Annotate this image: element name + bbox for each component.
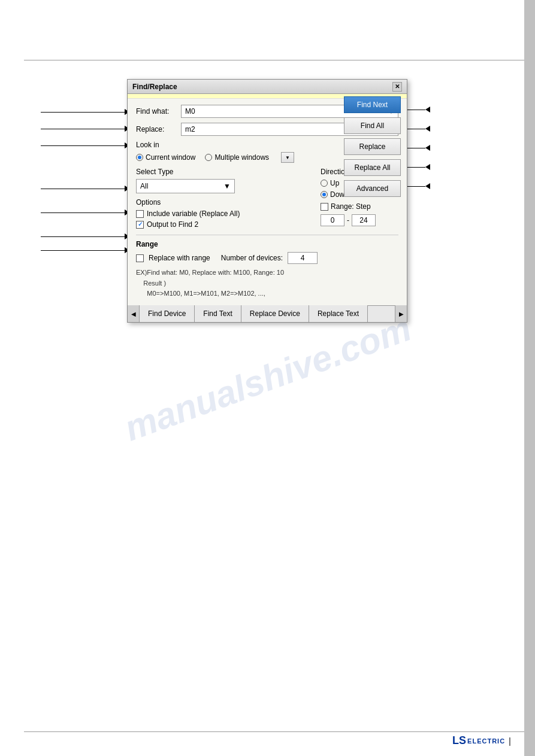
- replace-label: Replace:: [136, 125, 181, 133]
- tab-left-arrow[interactable]: ◀: [128, 305, 140, 322]
- select-type-label: Select Type: [136, 168, 309, 176]
- col-left: Select Type All ▼ Options Include variab…: [136, 168, 309, 231]
- replace-value: m2: [185, 125, 195, 133]
- direction-down-circle: [321, 191, 328, 198]
- output-to-find2-label: Output to Find 2: [147, 220, 198, 229]
- replace-all-button[interactable]: Replace All: [344, 159, 401, 176]
- tab-replace-text[interactable]: Replace Text: [309, 305, 368, 322]
- action-buttons: Find Next Find All Replace Replace All A…: [344, 96, 401, 197]
- range-step-row: Range: Step: [321, 202, 398, 211]
- replace-with-range-row: Replace with range Number of devices:: [136, 252, 398, 264]
- direction-up-circle: [321, 180, 328, 187]
- find-next-button[interactable]: Find Next: [344, 96, 401, 113]
- ls-logo-ls: LS: [452, 734, 466, 747]
- look-in-small-button[interactable]: ▼: [281, 152, 294, 163]
- arrow-left-5: [41, 210, 129, 215]
- tab-bar: ◀ Find Device Find Text Replace Device R…: [128, 305, 407, 322]
- arrow-left-2: [41, 126, 129, 132]
- multiple-windows-label: Multiple windows: [214, 153, 269, 162]
- select-type-value: All: [140, 182, 148, 190]
- replace-button[interactable]: Replace: [344, 138, 401, 155]
- advanced-button[interactable]: Advanced: [344, 180, 401, 197]
- find-replace-dialog: Find/Replace ✕ Find what: M0 ▼ Replace: …: [127, 79, 407, 323]
- find-what-value: M0: [185, 107, 195, 116]
- arrow-left-6: [41, 233, 129, 239]
- arrow-left-3: [41, 142, 129, 148]
- ls-electric-logo: LS ELECTRIC |: [452, 734, 511, 747]
- right-tab: [524, 0, 535, 756]
- output-to-find2-checkbox[interactable]: ✓: [136, 221, 144, 229]
- range-checkbox[interactable]: [321, 203, 328, 211]
- direction-up-label: Up: [330, 179, 339, 187]
- tab-find-device[interactable]: Find Device: [140, 305, 195, 322]
- dialog-title: Find/Replace: [132, 83, 177, 91]
- tab-find-text[interactable]: Find Text: [195, 305, 241, 322]
- arrow-left-7: [41, 247, 129, 253]
- include-variable-row: Include variable (Replace All): [136, 210, 309, 218]
- arrow-left-1: [41, 109, 129, 115]
- range-section: Range Replace with range Number of devic…: [136, 235, 398, 299]
- find-what-label: Find what:: [136, 107, 181, 116]
- dialog-close-button[interactable]: ✕: [392, 82, 402, 92]
- multiple-windows-radio-circle: [205, 154, 212, 161]
- range-from-input[interactable]: [321, 214, 344, 226]
- options-label: Options: [136, 198, 309, 207]
- ls-logo-divider: |: [509, 736, 511, 746]
- current-window-radio[interactable]: Current window: [136, 153, 195, 162]
- find-all-button[interactable]: Find All: [344, 117, 401, 134]
- tab-replace-device[interactable]: Replace Device: [241, 305, 309, 322]
- ls-logo-electric: ELECTRIC: [467, 737, 505, 745]
- number-of-devices-label: Number of devices:: [221, 254, 283, 262]
- multiple-windows-radio[interactable]: Multiple windows: [205, 153, 269, 162]
- tab-right-arrow[interactable]: ▶: [395, 305, 407, 322]
- range-to-input[interactable]: [352, 214, 376, 226]
- dialog-titlebar: Find/Replace ✕: [128, 80, 407, 94]
- number-of-devices-input[interactable]: [288, 252, 318, 264]
- replace-with-range-label: Replace with range: [149, 254, 210, 262]
- current-window-label: Current window: [146, 153, 195, 162]
- output-to-find2-row: ✓ Output to Find 2: [136, 220, 309, 229]
- replace-with-range-checkbox[interactable]: [136, 254, 144, 262]
- options-section: Options Include variable (Replace All) ✓…: [136, 198, 309, 229]
- range-section-label: Range: [136, 240, 398, 248]
- range-inputs-row: -: [321, 214, 398, 226]
- range-label: Range: Step: [331, 202, 371, 211]
- select-type-arrow: ▼: [223, 182, 231, 190]
- bottom-border: [24, 731, 524, 732]
- arrow-left-4: [41, 186, 129, 192]
- select-type-section: Select Type All ▼: [136, 168, 309, 193]
- output-to-find2-check: ✓: [138, 221, 143, 227]
- current-window-radio-circle: [136, 154, 143, 161]
- include-variable-checkbox[interactable]: [136, 210, 144, 218]
- example-text: EX)Find what: M0, Replace with: M100, Ra…: [136, 268, 398, 299]
- top-border: [24, 60, 524, 60]
- select-type-dropdown[interactable]: All ▼: [136, 179, 235, 193]
- range-dash: -: [347, 216, 349, 224]
- include-variable-label: Include variable (Replace All): [147, 210, 240, 218]
